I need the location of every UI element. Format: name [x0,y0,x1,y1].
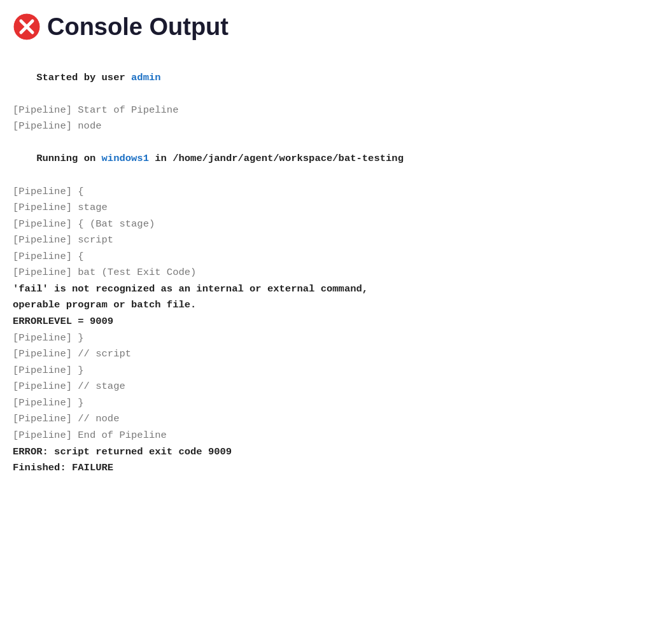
list-item: 'fail' is not recognized as an internal … [13,281,649,298]
error-x-icon [13,13,41,41]
list-item: Finished: FAILURE [13,460,649,477]
list-item: [Pipeline] { (Bat stage) [13,216,649,233]
list-item: [Pipeline] { [13,184,649,200]
list-item: ERRORLEVEL = 9009 [13,314,649,330]
list-item: [Pipeline] // node [13,411,649,428]
list-item: Running on windows1 in /home/jandr/agent… [13,135,649,184]
list-item: [Pipeline] script [13,232,649,249]
list-item: [Pipeline] { [13,249,649,265]
list-item: [Pipeline] bat (Test Exit Code) [13,265,649,281]
list-item: ERROR: script returned exit code 9009 [13,444,649,461]
list-item: [Pipeline] } [13,363,649,379]
list-item: [Pipeline] Start of Pipeline [13,102,649,119]
list-item: [Pipeline] } [13,395,649,412]
console-line-text: in /home/jandr/agent/workspace/bat-testi… [149,153,404,164]
list-item: [Pipeline] // stage [13,379,649,395]
windows1-link[interactable]: windows1 [102,153,149,164]
list-item: operable program or batch file. [13,297,649,314]
list-item: [Pipeline] // script [13,346,649,363]
list-item: [Pipeline] } [13,330,649,347]
list-item: [Pipeline] stage [13,200,649,216]
list-item: [Pipeline] node [13,118,649,135]
list-item: [Pipeline] End of Pipeline [13,428,649,444]
page-title: Console Output [47,13,229,41]
page-header: Console Output [13,13,649,41]
admin-link[interactable]: admin [131,72,161,83]
console-output-area: Started by user admin [Pipeline] Start o… [13,53,649,477]
console-line-text: Running on [36,153,101,164]
console-line-text: Started by user [36,72,131,83]
list-item: Started by user admin [13,53,649,102]
